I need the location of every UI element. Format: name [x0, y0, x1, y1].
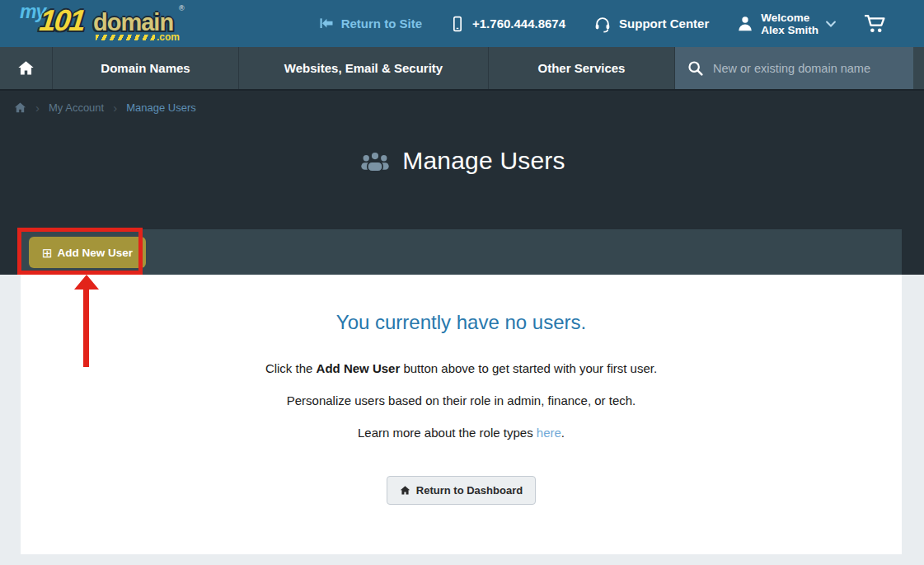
breadcrumb-separator: › [113, 102, 117, 113]
dashboard-home-icon [400, 485, 410, 496]
add-new-user-button[interactable]: ⊞ Add New User [29, 237, 146, 268]
nav-item-domain-names[interactable]: Domain Names [52, 47, 238, 89]
home-icon [17, 59, 35, 77]
nav-item-other-services[interactable]: Other Services [488, 47, 674, 89]
cart-button[interactable] [864, 13, 886, 34]
nav-home-button[interactable] [0, 47, 52, 89]
mobile-phone-icon [449, 15, 466, 33]
welcome-line1: Welcome [761, 12, 809, 24]
p1-bold-text: Add New User [317, 361, 401, 375]
person-icon [736, 15, 754, 33]
content-panel: You currently have no users. Click the A… [21, 275, 902, 554]
account-menu[interactable]: Welcome Alex Smith [736, 12, 837, 36]
breadcrumb: › My Account › Manage Users [0, 91, 924, 114]
welcome-line2: Alex Smith [761, 24, 818, 36]
users-group-icon [359, 149, 392, 172]
breadcrumb-separator: › [35, 102, 40, 113]
instruction-paragraph-1: Click the Add New User button above to g… [21, 361, 902, 375]
add-plus-icon: ⊞ [42, 247, 53, 259]
logo-text-101: 101 [38, 3, 86, 38]
headset-icon [593, 15, 612, 33]
topbar-links: Return to Site +1.760.444.8674 Suppo [318, 12, 924, 36]
p3-text: . [561, 426, 565, 440]
breadcrumb-my-account[interactable]: My Account [49, 101, 104, 114]
site-logo[interactable]: my 101 domain ® .com [20, 3, 185, 45]
role-types-link[interactable]: here [537, 426, 561, 440]
breadcrumb-manage-users: Manage Users [126, 101, 196, 114]
search-icon [687, 59, 705, 78]
nav-label: Websites, Email & Security [284, 61, 443, 75]
support-center-link[interactable]: Support Center [593, 15, 709, 33]
phone-number[interactable]: +1.760.444.8674 [449, 15, 565, 33]
domain-search-input[interactable] [713, 62, 902, 75]
return-arrow-icon [318, 16, 335, 32]
p3-text: Learn more about the role types [358, 426, 537, 440]
nav-label: Other Services [538, 61, 626, 75]
return-to-dashboard-label: Return to Dashboard [416, 484, 523, 497]
welcome-text: Welcome Alex Smith [761, 12, 818, 36]
instruction-paragraph-2: Personalize users based on their role in… [21, 393, 902, 407]
phone-number-label: +1.760.444.8674 [472, 16, 565, 31]
logo-text-com: .com [157, 31, 180, 43]
return-to-site-link[interactable]: Return to Site [318, 16, 422, 32]
p1-text: button above to get started with your fi… [400, 361, 657, 375]
page-title: Manage Users [402, 147, 565, 175]
logo-stripes-decoration [96, 35, 155, 40]
nav-filler [913, 47, 924, 89]
empty-state-heading: You currently have no users. [21, 311, 902, 334]
breadcrumb-home-icon[interactable] [14, 101, 26, 114]
logo-registered-mark: ® [179, 4, 185, 12]
domain-search-box[interactable] [674, 47, 913, 89]
chevron-down-icon [825, 18, 837, 30]
add-new-user-label: Add New User [58, 247, 134, 259]
page-title-row: Manage Users [0, 147, 924, 175]
p1-text: Click the [265, 361, 317, 375]
return-to-site-label: Return to Site [341, 16, 422, 31]
top-header-bar: my 101 domain ® .com Return to Site [0, 0, 924, 47]
shopping-cart-icon [864, 13, 886, 34]
nav-item-websites-email-security[interactable]: Websites, Email & Security [238, 47, 488, 89]
instruction-paragraph-3: Learn more about the role types here. [21, 426, 902, 440]
users-toolbar: ⊞ Add New User [21, 229, 902, 275]
return-to-dashboard-button[interactable]: Return to Dashboard [387, 476, 536, 505]
main-navigation: Domain Names Websites, Email & Security … [0, 47, 924, 91]
support-center-label: Support Center [619, 16, 709, 31]
nav-label: Domain Names [101, 61, 190, 75]
